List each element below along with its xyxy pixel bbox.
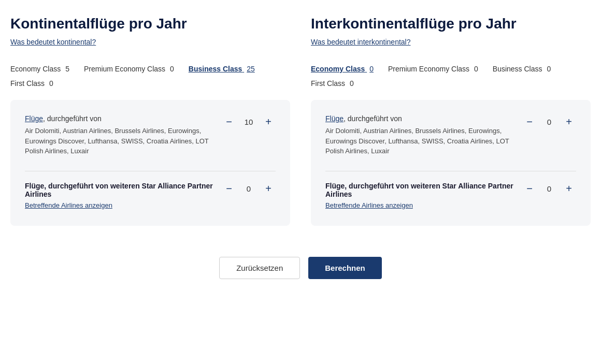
right-flight-row-2: Flüge, durchgeführt von weiteren Star Al… (325, 182, 576, 213)
right-counter-2-minus[interactable]: − (522, 182, 537, 196)
left-tab-premium-economy[interactable]: Premium Economy Class 0 (84, 65, 174, 75)
left-flight-suffix: , durchgeführt von (43, 114, 102, 123)
reset-button[interactable]: Zurücksetzen (219, 257, 300, 279)
right-card: Flüge, durchgeführt von Air Dolomiti, Au… (311, 100, 591, 226)
right-column: Interkontinentalflüge pro Jahr Was bedeu… (311, 16, 591, 226)
left-tabs-row1: Economy Class 5 Premium Economy Class 0 … (10, 65, 290, 75)
left-flight-row-1: Flüge, durchgeführt von Air Dolomiti, Au… (25, 114, 276, 167)
left-counter-1-minus[interactable]: − (222, 114, 236, 129)
left-divider (25, 171, 276, 171)
left-flight-info-2: Flüge, durchgeführt von weiteren Star Al… (25, 182, 213, 209)
left-tabs-row2: First Class 0 (10, 79, 290, 90)
right-flight-prefix[interactable]: Flüge (325, 114, 344, 123)
right-link[interactable]: Was bedeutet interkontinental? (311, 38, 411, 46)
right-divider (325, 171, 576, 171)
right-tabs-row2: First Class 0 (311, 79, 591, 90)
right-counter-2-value[interactable] (537, 184, 562, 193)
left-flight-prefix[interactable]: Flüge (25, 114, 43, 123)
right-tab-business[interactable]: Business Class 0 (493, 65, 551, 75)
left-flight-info-1: Flüge, durchgeführt von Air Dolomiti, Au… (25, 114, 213, 156)
left-counter-1: − + (213, 114, 276, 129)
left-tab-economy[interactable]: Economy Class 5 (10, 65, 69, 75)
right-tabs-row1: Economy Class 0 Premium Economy Class 0 … (311, 65, 591, 75)
right-flight-info-1: Flüge, durchgeführt von Air Dolomiti, Au… (325, 114, 514, 156)
left-flight-airlines-1: Air Dolomiti, Austrian Airlines, Brussel… (25, 126, 213, 156)
right-tab-economy[interactable]: Economy Class 0 (311, 65, 374, 75)
left-counter-2: − + (213, 182, 276, 196)
right-show-airlines[interactable]: Betreffende Airlines anzeigen (325, 201, 413, 209)
two-col-layout: Kontinentalflüge pro Jahr Was bedeutet k… (10, 16, 591, 226)
right-counter-1-minus[interactable]: − (522, 114, 537, 129)
left-column: Kontinentalflüge pro Jahr Was bedeutet k… (10, 16, 290, 226)
left-tab-business[interactable]: Business Class 25 (189, 65, 255, 75)
left-link[interactable]: Was bedeutet kontinental? (10, 38, 96, 46)
left-counter-2-minus[interactable]: − (222, 182, 236, 196)
left-title: Kontinentalflüge pro Jahr (10, 16, 290, 32)
left-flight-title-1: Flüge, durchgeführt von (25, 114, 213, 123)
right-counter-1: − + (514, 114, 576, 129)
left-counter-2-plus[interactable]: + (261, 182, 276, 196)
calculate-button[interactable]: Berechnen (308, 257, 382, 279)
left-show-airlines[interactable]: Betreffende Airlines anzeigen (25, 201, 112, 209)
right-flight-suffix: , durchgeführt von (344, 114, 402, 123)
right-counter-2-plus[interactable]: + (562, 182, 576, 196)
right-flight-title-2: Flüge, durchgeführt von weiteren Star Al… (325, 182, 514, 198)
right-flight-airlines-1: Air Dolomiti, Austrian Airlines, Brussel… (325, 126, 514, 156)
left-counter-1-value[interactable] (236, 118, 261, 126)
left-flight-title-2: Flüge, durchgeführt von weiteren Star Al… (25, 182, 213, 198)
right-tab-premium-economy[interactable]: Premium Economy Class 0 (388, 65, 478, 75)
left-flight-row-2: Flüge, durchgeführt von weiteren Star Al… (25, 182, 276, 213)
bottom-bar: Zurücksetzen Berechnen (10, 246, 591, 279)
right-flight-row-1: Flüge, durchgeführt von Air Dolomiti, Au… (325, 114, 576, 167)
main-container: Kontinentalflüge pro Jahr Was bedeutet k… (0, 0, 601, 321)
right-flight-title-1: Flüge, durchgeführt von (325, 114, 514, 123)
right-flight-info-2: Flüge, durchgeführt von weiteren Star Al… (325, 182, 514, 209)
right-counter-2: − + (514, 182, 576, 196)
right-counter-1-value[interactable] (537, 118, 562, 126)
right-tab-first[interactable]: First Class 0 (311, 79, 354, 90)
left-counter-1-plus[interactable]: + (261, 114, 276, 129)
right-title: Interkontinentalflüge pro Jahr (311, 16, 591, 32)
right-counter-1-plus[interactable]: + (562, 114, 576, 129)
left-counter-2-value[interactable] (236, 184, 261, 193)
left-card: Flüge, durchgeführt von Air Dolomiti, Au… (10, 100, 290, 226)
left-tab-first[interactable]: First Class 0 (10, 79, 53, 90)
